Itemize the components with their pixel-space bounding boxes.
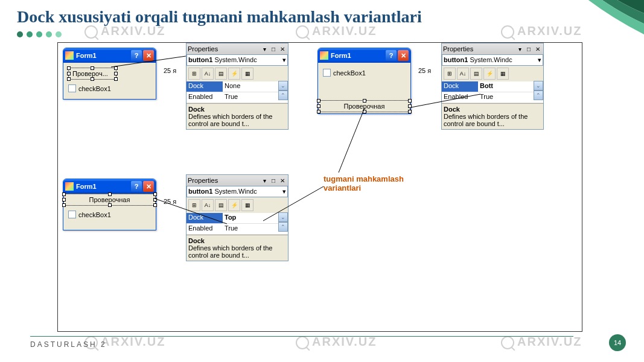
alpha-sort-icon[interactable]: A↓ — [202, 199, 214, 211]
checkbox-label: checkBox1 — [78, 85, 111, 92]
prop-extra-icon[interactable]: ▦ — [241, 199, 253, 211]
content-frame: Form1 ? ✕ Провероч... checkBox1 25 я Pro… — [57, 42, 582, 332]
property-row-enabled[interactable]: Enabled True — [187, 224, 288, 235]
button-label: Проверочная — [89, 196, 130, 203]
pin-icon[interactable]: ▾ — [260, 176, 269, 185]
property-description: Dock Defines which borders of the contro… — [187, 235, 288, 261]
checkbox-label: checkBox1 — [333, 69, 366, 77]
property-row-dock[interactable]: Dock None▾ — [187, 81, 288, 92]
property-description: Dock Defines which borders of the contro… — [442, 103, 543, 129]
button-control-docked-bottom[interactable]: Проверочная — [318, 100, 410, 112]
help-button[interactable]: ? — [386, 50, 397, 61]
panel-close-icon[interactable]: □ — [524, 45, 533, 53]
close-button[interactable]: ✕ — [143, 50, 154, 61]
properties-titlebar[interactable]: Properties ▾ □ ✕ — [187, 43, 288, 54]
prop-extra-icon[interactable]: ▦ — [241, 68, 253, 80]
categorized-icon[interactable]: ⊞ — [188, 199, 200, 211]
properties-titlebar[interactable]: Properties ▾ □ ✕ — [187, 175, 288, 186]
property-grid: Dock Top▾ Enabled True — [187, 213, 288, 235]
button-control-selected[interactable]: Провероч... — [68, 68, 116, 80]
alpha-sort-icon[interactable]: A↓ — [202, 68, 214, 80]
property-row-enabled[interactable]: Enabled True — [442, 92, 543, 103]
form-title: Form1 — [76, 183, 130, 190]
help-button[interactable]: ? — [131, 181, 142, 192]
page-title: Dock xususiyati orqali tugmani mahkamlas… — [17, 7, 422, 27]
scroll-up-icon[interactable]: ⌃ — [278, 222, 288, 232]
form1-window-bottom: Form1 ? ✕ checkBox1 Проверочная — [317, 48, 411, 114]
scrollbar[interactable]: ⌄ ⌃ — [534, 81, 543, 100]
date-label: 25 я — [164, 67, 176, 74]
footer-line — [30, 336, 573, 337]
dropdown-icon[interactable]: ▾ — [282, 188, 286, 195]
object-combo[interactable]: button1 System.Windc▾ — [442, 54, 543, 66]
panel-x-icon[interactable]: ✕ — [534, 45, 542, 53]
property-row-enabled[interactable]: Enabled True — [187, 92, 288, 103]
property-description: Dock Defines which borders of the contro… — [187, 103, 288, 129]
form-icon — [320, 51, 328, 60]
form-icon — [65, 182, 74, 191]
scroll-up-icon[interactable]: ⌃ — [278, 91, 288, 100]
dropdown-icon[interactable]: ▾ — [282, 56, 286, 64]
form-titlebar[interactable]: Form1 ? ✕ — [318, 48, 410, 63]
form-titlebar[interactable]: Form1 ? ✕ — [63, 179, 156, 194]
properties-panel-none: Properties ▾ □ ✕ button1 System.Windc▾ ⊞… — [186, 43, 289, 130]
prop-page-icon[interactable]: ▤ — [215, 199, 227, 211]
footer-text: DASTURLASH 2 — [30, 340, 107, 349]
properties-toolbar: ⊞ A↓ ▤ ⚡ ▦ — [187, 66, 288, 81]
form-titlebar[interactable]: Form1 ? ✕ — [63, 48, 156, 63]
object-combo[interactable]: button1 System.Windc▾ — [187, 186, 288, 197]
pin-icon[interactable]: ▾ — [515, 45, 524, 53]
scroll-up-icon[interactable]: ⌃ — [534, 91, 543, 100]
panel-close-icon[interactable]: □ — [269, 45, 278, 53]
scroll-down-icon[interactable]: ⌄ — [278, 81, 288, 91]
property-row-dock[interactable]: Dock Bott▾ — [442, 81, 543, 92]
scrollbar[interactable]: ⌄ ⌃ — [278, 81, 288, 100]
checkbox-icon[interactable] — [68, 211, 76, 218]
watermark: ARXIV.UZ — [501, 24, 582, 39]
button-label: Провероч... — [72, 70, 108, 77]
prop-page-icon[interactable]: ▤ — [470, 68, 482, 80]
panel-x-icon[interactable]: ✕ — [278, 45, 287, 53]
properties-title: Properties — [188, 45, 260, 52]
properties-titlebar[interactable]: Properties ▾ □ ✕ — [442, 43, 543, 54]
property-grid: Dock None▾ Enabled True — [187, 81, 288, 103]
events-icon[interactable]: ⚡ — [228, 199, 240, 211]
annotation-label: tugmani mahkamlash variantlari — [324, 174, 404, 192]
form1-window-none: Form1 ? ✕ Провероч... checkBox1 — [63, 48, 156, 100]
prop-page-icon[interactable]: ▤ — [215, 68, 227, 80]
title-dots — [17, 31, 62, 37]
scroll-down-icon[interactable]: ⌄ — [534, 81, 543, 91]
panel-close-icon[interactable]: □ — [269, 176, 278, 185]
object-combo[interactable]: button1 System.Windc▾ — [187, 54, 288, 66]
page-number-badge: 14 — [609, 334, 626, 351]
panel-x-icon[interactable]: ✕ — [278, 176, 287, 185]
scrollbar[interactable]: ⌄ ⌃ — [278, 212, 288, 232]
checkbox-icon[interactable] — [323, 69, 331, 77]
dropdown-icon[interactable]: ▾ — [538, 56, 541, 64]
events-icon[interactable]: ⚡ — [483, 68, 496, 80]
pin-icon[interactable]: ▾ — [260, 45, 269, 53]
checkbox-label: checkBox1 — [78, 211, 111, 218]
close-button[interactable]: ✕ — [398, 50, 409, 61]
properties-title: Properties — [188, 177, 260, 184]
properties-toolbar: ⊞ A↓ ▤ ⚡ ▦ — [442, 66, 543, 81]
help-button[interactable]: ? — [131, 50, 142, 61]
categorized-icon[interactable]: ⊞ — [188, 68, 200, 80]
checkbox-row[interactable]: checkBox1 — [323, 69, 406, 77]
button-control-docked-top[interactable]: Проверочная — [63, 194, 156, 206]
property-row-dock[interactable]: Dock Top▾ — [187, 213, 288, 224]
checkbox-row[interactable]: checkBox1 — [68, 84, 151, 92]
form1-window-top: Form1 ? ✕ Проверочная checkBox1 — [63, 179, 156, 230]
alpha-sort-icon[interactable]: A↓ — [457, 68, 469, 80]
categorized-icon[interactable]: ⊞ — [444, 68, 456, 80]
events-icon[interactable]: ⚡ — [228, 68, 240, 80]
prop-extra-icon[interactable]: ▦ — [497, 68, 509, 80]
close-button[interactable]: ✕ — [143, 181, 154, 192]
checkbox-icon[interactable] — [68, 84, 76, 92]
properties-panel-bottom: Properties ▾ □ ✕ button1 System.Windc▾ ⊞… — [441, 43, 544, 130]
properties-panel-top: Properties ▾ □ ✕ button1 System.Windc▾ ⊞… — [186, 174, 289, 261]
scroll-down-icon[interactable]: ⌄ — [278, 212, 288, 222]
form-title: Form1 — [331, 52, 384, 59]
checkbox-row[interactable]: checkBox1 — [63, 211, 156, 218]
form-icon — [65, 51, 74, 60]
